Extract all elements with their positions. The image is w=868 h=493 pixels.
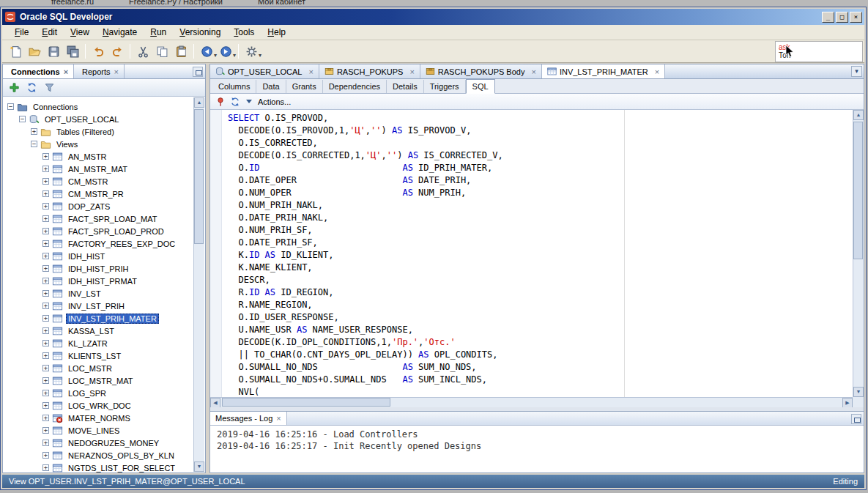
collapse-icon[interactable]: [19, 116, 26, 122]
scroll-thumb[interactable]: [194, 109, 204, 244]
subtab-grants[interactable]: Grants: [286, 80, 323, 93]
menu-help[interactable]: Help: [261, 26, 292, 39]
editor-vertical-scrollbar[interactable]: [853, 110, 864, 397]
expand-icon[interactable]: [42, 377, 49, 384]
menu-file[interactable]: File: [8, 26, 35, 39]
actions-dropdown-icon[interactable]: [246, 100, 252, 103]
scroll-thumb[interactable]: [853, 122, 863, 259]
subtab-details[interactable]: Details: [387, 80, 424, 93]
expand-icon[interactable]: [42, 340, 49, 346]
tree-node-idh-hist-prih[interactable]: IDH_HIST_PRIH: [3, 262, 205, 275]
expand-icon[interactable]: [31, 128, 37, 135]
tree-node-tables-filtered[interactable]: Tables (Filtered): [3, 125, 205, 138]
expand-icon[interactable]: [42, 215, 49, 222]
scroll-right-icon[interactable]: [842, 398, 853, 407]
filter-button[interactable]: [44, 82, 55, 93]
tree-node-nedogruzes-money[interactable]: NEDOGRUZES_MONEY: [3, 437, 205, 449]
refresh-button[interactable]: [26, 82, 37, 93]
tree-node-move-lines[interactable]: MOVE_LINES: [3, 424, 205, 437]
actions-menu[interactable]: Actions...: [258, 97, 291, 106]
editor-horizontal-scrollbar[interactable]: [210, 397, 853, 407]
editor-tab-rasch-pokups-body[interactable]: RASCH_POKUPS Body: [420, 64, 542, 78]
close-tab-icon[interactable]: [409, 68, 414, 75]
save-button[interactable]: [44, 42, 63, 61]
close-tab-icon[interactable]: [655, 68, 659, 75]
expand-icon[interactable]: [42, 415, 49, 421]
menu-tools[interactable]: Tools: [227, 26, 261, 39]
minimize-button[interactable]: _: [822, 12, 834, 23]
add-connection-button[interactable]: [9, 82, 20, 93]
tree-node-idh-hist-prmat[interactable]: IDH_HIST_PRMAT: [3, 275, 205, 287]
redo-button[interactable]: [108, 42, 127, 61]
menu-edit[interactable]: Edit: [35, 26, 64, 39]
scroll-down-icon[interactable]: [853, 387, 864, 397]
expand-icon[interactable]: [42, 240, 49, 247]
tree-node-ngtds-list-for-select[interactable]: NGTDS_LIST_FOR_SELECT: [3, 462, 205, 472]
expand-icon[interactable]: [42, 464, 49, 471]
copy-button[interactable]: [152, 42, 171, 61]
expand-icon[interactable]: [42, 178, 49, 185]
menu-navigate[interactable]: Navigate: [96, 26, 144, 39]
tree-node-log-spr[interactable]: LOG_SPR: [3, 387, 205, 399]
tree-node-connections[interactable]: Connections: [3, 100, 205, 113]
tree-node-inv-lst-prih[interactable]: INV_LST_PRIH: [3, 300, 205, 312]
scroll-up-icon[interactable]: [853, 110, 864, 120]
tree-node-inv-lst[interactable]: INV_LST: [3, 287, 205, 300]
refresh-icon[interactable]: [230, 97, 240, 107]
close-button[interactable]: ×: [850, 12, 862, 23]
open-file-button[interactable]: [25, 42, 44, 61]
save-all-button[interactable]: [63, 42, 82, 61]
editor-tab-inv-lst-prih-mater[interactable]: INV_LST_PRIH_MATER: [542, 64, 665, 78]
expand-icon[interactable]: [42, 440, 49, 446]
tree-node-kl-lzatr[interactable]: KL_LZATR: [3, 337, 205, 349]
tree-node-fact-spr-load-prod[interactable]: FACT_SPR_LOAD_PROD: [3, 225, 205, 237]
restore-button[interactable]: □: [836, 12, 848, 23]
cut-button[interactable]: [133, 42, 152, 61]
sql-editor[interactable]: SELECT O.IS_PROVOD, DECODE(O.IS_PROVOD,1…: [210, 110, 864, 407]
tree-node-log-wrk-doc[interactable]: LOG_WRK_DOC: [3, 399, 205, 412]
expand-icon[interactable]: [42, 315, 49, 322]
expand-icon[interactable]: [42, 228, 49, 234]
tree-node-cm-mstr-pr[interactable]: CM_MSTR_PR: [3, 188, 205, 200]
sql-worksheet-button[interactable]: [242, 42, 261, 61]
close-tab-icon[interactable]: [531, 68, 535, 75]
forward-button[interactable]: [216, 42, 235, 61]
tree-node-opt-user-local[interactable]: OPT_USER_LOCAL: [3, 113, 205, 125]
close-tab-icon[interactable]: [64, 68, 68, 75]
scroll-thumb[interactable]: [222, 398, 390, 407]
expand-icon[interactable]: [42, 427, 49, 434]
tree-node-klients-lst[interactable]: KLIENTS_LST: [3, 349, 205, 362]
tab-connections[interactable]: Connections: [3, 64, 74, 78]
tree-node-loc-mstr-mat[interactable]: LOC_MSTR_MAT: [3, 374, 205, 387]
expand-icon[interactable]: [42, 166, 49, 172]
tree-node-an-mstr[interactable]: AN_MSTR: [3, 150, 205, 163]
tree-node-mater-norms[interactable]: MATER_NORMS: [3, 412, 205, 424]
sql-code[interactable]: SELECT O.IS_PROVOD, DECODE(O.IS_PROVOD,1…: [228, 112, 852, 397]
tree-node-neraznos-opls-by-kln[interactable]: NERAZNOS_OPLS_BY_KLN: [3, 449, 205, 462]
tab-messages-log[interactable]: Messages - Log: [210, 412, 287, 425]
expand-icon[interactable]: [42, 253, 49, 259]
float-panel-button[interactable]: [193, 67, 203, 77]
titlebar[interactable]: Oracle SQL Developer _ □ ×: [2, 9, 864, 25]
new-file-button[interactable]: [6, 42, 25, 61]
tab-reports[interactable]: Reports: [74, 64, 125, 78]
expand-icon[interactable]: [42, 365, 49, 371]
tree-node-loc-mstr[interactable]: LOC_MSTR: [3, 362, 205, 374]
tree-node-cm-mstr[interactable]: CM_MSTR: [3, 175, 205, 188]
scroll-left-icon[interactable]: [210, 398, 220, 407]
tab-list-dropdown[interactable]: [851, 66, 862, 77]
menu-versioning[interactable]: Versioning: [173, 26, 227, 39]
tree-node-dop-zats[interactable]: DOP_ZATS: [3, 200, 205, 212]
undo-button[interactable]: [89, 42, 108, 61]
tree-scrollbar[interactable]: [193, 97, 204, 472]
minimize-log-button[interactable]: [851, 414, 861, 424]
expand-icon[interactable]: [42, 402, 49, 409]
back-button[interactable]: [197, 42, 216, 61]
pin-icon[interactable]: [215, 97, 226, 107]
expand-icon[interactable]: [42, 303, 49, 309]
tree-node-inv-lst-prih-mater[interactable]: INV_LST_PRIH_MATER: [3, 312, 205, 325]
expand-icon[interactable]: [42, 452, 49, 459]
tree-node-fact-spr-load-mat[interactable]: FACT_SPR_LOAD_MAT: [3, 212, 205, 225]
expand-icon[interactable]: [42, 265, 49, 272]
scroll-up-icon[interactable]: [194, 97, 204, 108]
